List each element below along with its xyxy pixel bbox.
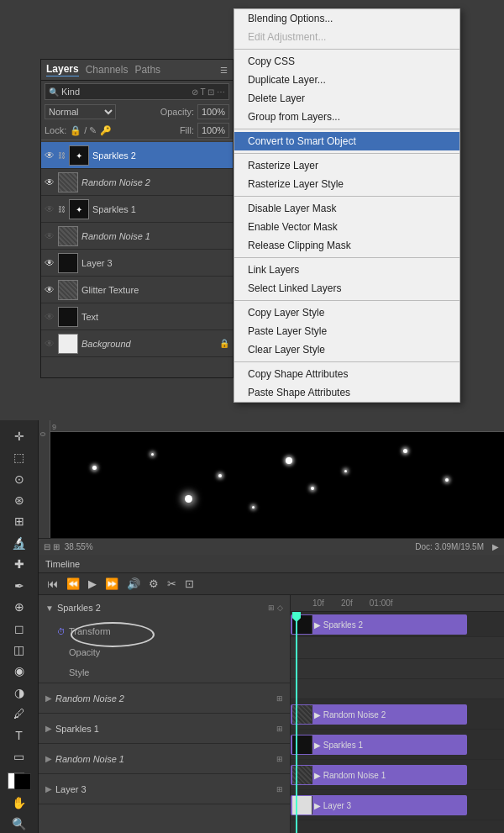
tl-key-noise1[interactable]: ⊞ [276, 755, 283, 763]
top-section: Layers Channels Paths ☰ 🔍 ⊘ T ⊡ ⋯ Normal… [0, 0, 504, 420]
tl-expand-sparkles2[interactable]: ▼ [45, 604, 54, 613]
visibility-eye[interactable]: 👁 [45, 257, 55, 269]
blend-mode-select[interactable]: Normal [45, 104, 116, 119]
ctx-release-clipping-mask[interactable]: Release Clipping Mask [234, 236, 459, 255]
tl-key-noise2[interactable]: ⊞ [276, 694, 283, 703]
track-bar-layer3[interactable]: ▶ Layer 3 [291, 795, 467, 815]
track-bar-noise2[interactable]: ▶ Random Noise 2 [291, 704, 467, 725]
tl-sub-opacity[interactable]: Opacity [39, 642, 290, 662]
tab-channels[interactable]: Channels [86, 64, 129, 76]
tl-key-layer3[interactable]: ⊞ [276, 785, 283, 793]
layer-item-sparkles2[interactable]: 👁 ⛓ Sparkles 2 [41, 142, 233, 169]
brush-tool[interactable]: ✒ [8, 577, 31, 594]
step-back-btn[interactable]: ⏪ [65, 576, 81, 592]
layers-list: 👁 ⛓ Sparkles 2 👁 Random Noise 2 👁 ⛓ Spar… [41, 142, 233, 357]
blur-tool[interactable]: ◉ [8, 662, 31, 680]
layer-item-glitter[interactable]: 👁 Glitter Texture [41, 277, 233, 303]
enable-btn[interactable]: ⊡ [183, 576, 196, 592]
type-tool[interactable]: T [8, 726, 31, 744]
ctx-link-layers[interactable]: Link Layers [234, 261, 459, 279]
quick-select-tool[interactable]: ⊛ [8, 491, 31, 509]
tl-expand-sparkles1[interactable]: ▶ [45, 724, 52, 733]
layer-item-sparkles1[interactable]: 👁 ⛓ Sparkles 1 [41, 196, 233, 223]
tl-layer-layer3[interactable]: ▶ Layer 3 ⊞ [39, 774, 290, 804]
gradient-tool[interactable]: ◫ [8, 641, 31, 658]
track-bar-sparkles1[interactable]: ▶ Sparkles 1 [291, 735, 467, 755]
timeline-arrow[interactable]: ▶ [492, 542, 499, 551]
clone-tool[interactable]: ⊕ [8, 598, 31, 615]
play-btn[interactable]: ▶ [87, 576, 98, 592]
tl-key-sparkles1[interactable]: ⊞ [276, 725, 283, 733]
tl-sub-style[interactable]: Style [39, 662, 290, 683]
tab-paths[interactable]: Paths [134, 64, 160, 76]
ctx-select-linked-layers[interactable]: Select Linked Layers [234, 279, 459, 298]
ctx-paste-layer-style[interactable]: Paste Layer Style [234, 322, 459, 340]
fill-input[interactable] [197, 123, 229, 138]
tl-expand-layer3[interactable]: ▶ [45, 784, 52, 793]
visibility-eye[interactable]: 👁 [45, 284, 55, 296]
layer-item-noise1[interactable]: 👁 Random Noise 1 [41, 223, 233, 250]
background-color[interactable] [14, 773, 31, 790]
layer-item-layer3[interactable]: 👁 Layer 3 [41, 250, 233, 277]
visibility-eye[interactable]: 👁 [45, 338, 55, 350]
ctx-clear-layer-style[interactable]: Clear Layer Style [234, 340, 459, 359]
kind-dropdown[interactable] [61, 87, 103, 97]
visibility-eye[interactable]: 👁 [45, 150, 55, 161]
visibility-eye[interactable]: 👁 [45, 177, 55, 188]
tl-sub-transform[interactable]: ⏱ Transform [39, 620, 290, 642]
move-tool[interactable]: ✛ [8, 427, 31, 445]
ctx-copy-shape-attributes[interactable]: Copy Shape Attributes [234, 365, 459, 383]
dodge-tool[interactable]: ◑ [8, 683, 31, 701]
pen-tool[interactable]: 🖊 [8, 704, 31, 722]
color-swatch[interactable] [8, 772, 31, 790]
layer-item-background[interactable]: 👁 Background 🔒 [41, 330, 233, 357]
hand-tool[interactable]: ✋ [8, 793, 31, 811]
star [445, 478, 449, 482]
ctx-delete-layer[interactable]: Delete Layer [234, 89, 459, 108]
ctx-copy-css[interactable]: Copy CSS [234, 52, 459, 71]
panel-menu-icon[interactable]: ☰ [220, 66, 228, 75]
ctx-rasterize-layer-style[interactable]: Rasterize Layer Style [234, 175, 459, 193]
track-bar-noise1[interactable]: ▶ Random Noise 1 [291, 765, 467, 785]
cut-btn[interactable]: ✂ [165, 576, 178, 592]
step-fwd-btn[interactable]: ⏩ [103, 576, 120, 592]
ctx-enable-vector-mask[interactable]: Enable Vector Mask [234, 218, 459, 236]
audio-btn[interactable]: 🔊 [125, 576, 142, 592]
ctx-copy-layer-style[interactable]: Copy Layer Style [234, 303, 459, 322]
ctx-sep7 [234, 361, 459, 362]
layer-item-text[interactable]: 👁 Text [41, 303, 233, 330]
shape-tool[interactable]: ▭ [8, 747, 31, 765]
marquee-tool[interactable]: ⬚ [8, 448, 31, 466]
eraser-tool[interactable]: ◻ [8, 619, 31, 637]
tab-layers[interactable]: Layers [46, 63, 79, 76]
opacity-input[interactable] [197, 104, 229, 119]
visibility-eye[interactable]: 👁 [45, 230, 55, 242]
track-bar-sparkles2[interactable]: ▶ Sparkles 2 [291, 614, 467, 635]
ctx-blending-options[interactable]: Blending Options... [234, 9, 459, 28]
lasso-tool[interactable]: ⊙ [8, 470, 31, 488]
crop-tool[interactable]: ⊞ [8, 513, 31, 530]
tl-layer-noise2[interactable]: ▶ Random Noise 2 ⊞ [39, 683, 290, 714]
playhead[interactable] [296, 612, 297, 833]
tl-keyframe-sparkles2[interactable]: ⊞ ◇ [268, 604, 283, 612]
ctx-convert-smart-object[interactable]: Convert to Smart Object [234, 132, 459, 150]
tl-layer-sparkles1[interactable]: ▶ Sparkles 1 ⊞ [39, 714, 290, 744]
ctx-disable-layer-mask[interactable]: Disable Layer Mask [234, 199, 459, 218]
zoom-controls[interactable]: ⊟ ⊞ [44, 542, 60, 551]
visibility-eye[interactable]: 👁 [45, 311, 55, 323]
ctx-duplicate-layer[interactable]: Duplicate Layer... [234, 71, 459, 89]
zoom-tool[interactable]: 🔍 [8, 815, 31, 833]
tl-expand-noise1[interactable]: ▶ [45, 754, 52, 763]
tl-layer-noise1[interactable]: ▶ Random Noise 1 ⊞ [39, 744, 290, 774]
ctx-paste-shape-attributes[interactable]: Paste Shape Attributes [234, 383, 459, 402]
eyedropper-tool[interactable]: 🔬 [8, 534, 31, 551]
skip-back-btn[interactable]: ⏮ [45, 576, 60, 592]
tl-expand-noise2[interactable]: ▶ [45, 693, 52, 703]
settings-btn[interactable]: ⚙ [147, 576, 160, 592]
canvas-content[interactable] [50, 432, 504, 538]
layer-item-noise2[interactable]: 👁 Random Noise 2 [41, 169, 233, 196]
healing-tool[interactable]: ✚ [8, 556, 31, 573]
ctx-group-from-layers[interactable]: Group from Layers... [234, 108, 459, 126]
visibility-eye[interactable]: 👁 [45, 203, 55, 215]
ctx-rasterize-layer[interactable]: Rasterize Layer [234, 156, 459, 175]
